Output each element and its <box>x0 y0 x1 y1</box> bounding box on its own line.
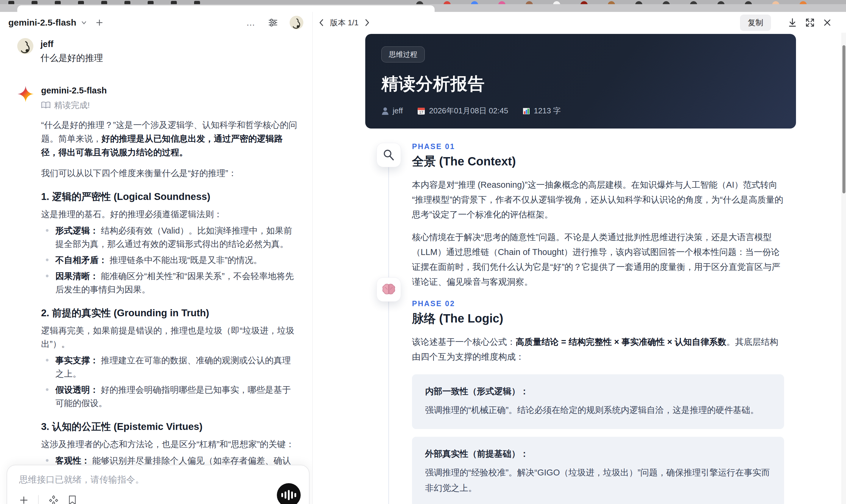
menu-glyph <box>171 1 177 4</box>
status-icon <box>608 1 615 4</box>
menu-glyph <box>101 1 107 4</box>
section-heading: 1. 逻辑的严密性 (Logical Soundness) <box>41 190 297 203</box>
report-meta: jeff 17 2026年01月08日 02:45 1213 字 <box>381 106 780 116</box>
model-selector[interactable]: gemini-2.5-flash <box>8 18 76 28</box>
phase-lead: 该论述基于一个核心公式：高质量结论 = 结构完整性 × 事实准确性 × 认知自律… <box>412 335 784 364</box>
logic-card: 外部真实性（前提基础）： 强调推理的“经验校准”。解决“GIGO（垃圾进，垃圾出… <box>412 437 784 504</box>
menu-glyph <box>32 1 37 4</box>
chevron-right-icon[interactable] <box>363 18 371 27</box>
section-intro: 逻辑再完美，如果前提是错误的，推理也是垃圾（即“垃圾进，垃圾出”）。 <box>41 324 297 351</box>
menu-glyph <box>55 1 61 4</box>
menu-glyph <box>8 1 14 4</box>
status-icon <box>580 1 588 4</box>
calendar-icon: 17 <box>417 107 425 115</box>
phase-label: PHASE 01 <box>412 142 784 151</box>
phase-1-section: PHASE 01 全景 (The Context) 本内容是对“推理 (Reas… <box>412 142 784 289</box>
version-label: 版本 1/1 <box>330 18 358 28</box>
assistant-message: gemini-2.5-flash 精读完成! “什么是好的推理？”这是一个涉及逻… <box>17 85 297 504</box>
phase-title: 全景 (The Context) <box>412 153 784 169</box>
chat-section: 2. 前提的真实性 (Grounding in Truth) 逻辑再完美，如果前… <box>41 306 297 410</box>
assistant-name: gemini-2.5-flash <box>41 85 297 95</box>
status-icon <box>416 1 423 4</box>
chat-section: 1. 逻辑的严密性 (Logical Soundness) 这是推理的基石。好的… <box>41 190 297 296</box>
voice-input-button[interactable] <box>277 483 301 504</box>
chat-scroll-area[interactable]: jeff 什么是好的推理 gemini-2.5-flash <box>0 33 312 504</box>
bullet-item: 形式逻辑： 结构必须有效（Valid）。比如演绎推理中，如果前提全部为真，那么通… <box>41 224 297 251</box>
sparkle-tools-icon[interactable] <box>48 495 59 504</box>
logic-card: 内部一致性（形式逻辑）： 强调推理的“机械正确”。结论必须在给定的规则系统内逻辑… <box>412 374 784 429</box>
logic-card-body: 强调推理的“机械正确”。结论必须在给定的规则系统内逻辑自洽，这是推理的硬件基础。 <box>425 402 771 418</box>
artifact-toolbar: 版本 1/1 复制 <box>313 12 846 33</box>
close-icon[interactable] <box>823 18 832 27</box>
artifact-panel: 版本 1/1 复制 思维过程 精读分析报告 <box>313 12 846 504</box>
logic-card-title: 外部真实性（前提基础）： <box>425 448 771 460</box>
person-icon <box>381 107 389 115</box>
assistant-status: 精读完成! <box>41 100 297 111</box>
chevron-down-icon[interactable] <box>81 19 88 26</box>
chat-header: gemini-2.5-flash … <box>0 12 312 33</box>
phase-paragraph: 核心情境在于解决“思考的随意性”问题。不论是人类通过批判性思维进行决策，还是大语… <box>412 230 784 289</box>
browser-tab-strip <box>0 4 846 12</box>
bullet-list: 事实支撑： 推理建立在可靠的数据、准确的观测或公认的真理之上。 假设透明： 好的… <box>41 354 297 410</box>
download-icon[interactable] <box>788 18 797 28</box>
logic-card-body: 强调推理的“经验校准”。解决“GIGO（垃圾进，垃圾出）”问题，确保推理引擎运行… <box>425 465 771 496</box>
status-icon <box>553 1 560 4</box>
phase-2-section: PHASE 02 脉络 (The Logic) 该论述基于一个核心公式：高质量结… <box>412 299 784 504</box>
composer-divider <box>38 495 39 504</box>
svg-text:17: 17 <box>419 110 424 114</box>
more-options-icon[interactable]: … <box>246 18 256 28</box>
magnifier-icon <box>376 143 401 167</box>
message-composer[interactable]: 思维接口已就绪，请传输指令。 <box>6 465 310 504</box>
chat-panel: gemini-2.5-flash … <box>0 12 313 504</box>
section-intro: 这是推理的基石。好的推理必须遵循逻辑法则： <box>41 208 297 221</box>
status-icon <box>526 1 533 4</box>
menu-glyph <box>124 1 130 4</box>
author-meta: jeff <box>381 106 403 115</box>
active-browser-tab[interactable] <box>17 5 435 12</box>
status-icon <box>635 1 642 4</box>
phase-timeline <box>388 167 389 504</box>
status-icon <box>443 1 451 4</box>
brain-icon <box>376 277 401 302</box>
menu-glyph <box>148 1 154 4</box>
word-count-meta: 1213 字 <box>523 106 561 116</box>
phase-paragraph: 本内容是对“推理 (Reasoning)”这一抽象概念的高层建模。在知识爆炸与人… <box>412 177 784 222</box>
bullet-item: 不自相矛盾： 推理链条中不能出现“既是又非”的情况。 <box>41 253 297 267</box>
status-icon <box>498 1 506 4</box>
user-avatar <box>17 38 33 54</box>
book-icon <box>41 101 51 109</box>
settings-sliders-icon[interactable] <box>268 17 278 28</box>
menu-bar <box>0 0 846 4</box>
chevron-left-icon[interactable] <box>318 18 325 27</box>
status-icon <box>663 1 670 4</box>
bullet-item: 因果清晰： 能准确区分“相关性”和“因果关系”，不会轻率地将先后发生的事情归为因… <box>41 270 297 296</box>
scrollbar-thumb[interactable] <box>842 45 845 193</box>
user-avatar[interactable] <box>289 16 303 30</box>
user-message: jeff 什么是好的推理 <box>17 38 297 64</box>
expand-icon[interactable] <box>805 18 815 28</box>
new-chat-button[interactable] <box>95 18 104 27</box>
status-icon <box>718 1 725 4</box>
menu-glyph <box>78 1 84 4</box>
menu-glyph <box>194 1 200 4</box>
section-heading: 2. 前提的真实性 (Grounding in Truth) <box>41 306 297 320</box>
report-title: 精读分析报告 <box>381 73 780 95</box>
status-icon <box>745 1 752 4</box>
phase-label: PHASE 02 <box>412 299 784 308</box>
section-heading: 3. 认知的公正性 (Epistemic Virtues) <box>41 420 297 433</box>
app-window: gemini-2.5-flash … <box>0 12 846 504</box>
status-icon <box>471 1 478 4</box>
report-hero-card: 思维过程 精读分析报告 jeff 17 2026年01月08日 02:45 12… <box>365 34 796 128</box>
gemini-star-icon <box>17 85 34 101</box>
phase-title: 脉络 (The Logic) <box>412 310 784 327</box>
status-icon <box>799 1 807 4</box>
copy-button[interactable]: 复制 <box>740 15 771 31</box>
scrollbar[interactable] <box>842 33 846 504</box>
report-badge: 思维过程 <box>381 47 425 62</box>
date-meta: 17 2026年01月08日 02:45 <box>417 106 508 116</box>
bullet-list: 形式逻辑： 结构必须有效（Valid）。比如演绎推理中，如果前提全部为真，那么通… <box>41 224 297 296</box>
attach-plus-icon[interactable] <box>19 496 29 504</box>
bar-chart-icon <box>523 107 530 115</box>
composer-placeholder: 思维接口已就绪，请传输指令。 <box>19 474 297 486</box>
bookmark-icon[interactable] <box>69 496 76 504</box>
